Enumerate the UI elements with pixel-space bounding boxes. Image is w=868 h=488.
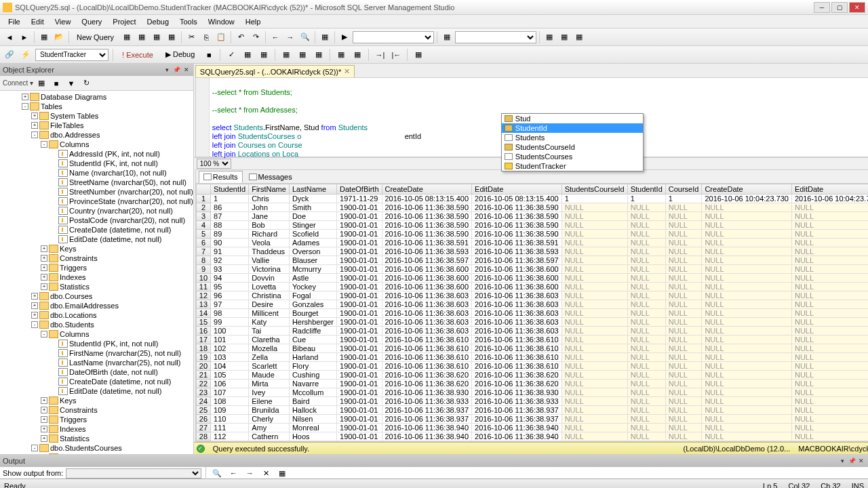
tree-node[interactable]: +FileTables: [0, 121, 193, 130]
tree-node[interactable]: +dbo.Courses: [0, 291, 193, 301]
intellisense-popup[interactable]: Stud StudentIdStudentsStudentsCourseIdSt…: [501, 113, 644, 171]
undo-button[interactable]: ↶: [234, 30, 248, 44]
menu-view[interactable]: View: [50, 16, 77, 27]
output-close-icon[interactable]: ✕: [857, 457, 865, 465]
intellisense-item[interactable]: StudentsCourses: [502, 152, 643, 161]
toolbox-button[interactable]: ▦: [572, 30, 586, 44]
tree-node[interactable]: PostalCode (nvarchar(20), not null): [0, 216, 193, 225]
registered-button[interactable]: ▦: [440, 30, 454, 44]
output-dropdown-icon[interactable]: ▾: [838, 457, 846, 465]
menu-help[interactable]: Help: [240, 16, 267, 27]
output-prev-button[interactable]: ←: [226, 466, 240, 480]
tree-node[interactable]: StreetName (nvarchar(50), not null): [0, 178, 193, 187]
menu-project[interactable]: Project: [107, 16, 141, 27]
tree-node[interactable]: +Triggers: [0, 415, 193, 424]
tree-node[interactable]: FirstName (nvarchar(25), not null): [0, 348, 193, 358]
connect-dropdown[interactable]: Connect ▾: [3, 79, 33, 87]
indent-button[interactable]: →|: [373, 48, 387, 62]
output-wrap-button[interactable]: ▦: [275, 466, 289, 480]
new-project-button[interactable]: ▦: [37, 30, 51, 44]
find-button[interactable]: 🔍: [298, 30, 312, 44]
menu-query[interactable]: Query: [76, 16, 107, 27]
tree-node[interactable]: StreetNumber (nvarchar(20), not null): [0, 187, 193, 197]
tree-node[interactable]: -dbo.StudentsCourses: [0, 443, 193, 453]
tree-node[interactable]: CreateDate (datetime, not null): [0, 225, 193, 235]
menu-file[interactable]: File: [3, 16, 26, 27]
db-engine-button[interactable]: ▦: [120, 30, 134, 44]
tree-node[interactable]: DateOfBirth (date, not null): [0, 367, 193, 377]
tree-node[interactable]: AddressId (PK, int, not null): [0, 149, 193, 159]
tree-node[interactable]: +Constraints: [0, 253, 193, 263]
output-next-button[interactable]: →: [243, 466, 256, 480]
tree-node[interactable]: -dbo.Addresses: [0, 130, 193, 140]
intellisense-item[interactable]: StudentId: [502, 123, 643, 133]
tree-node[interactable]: -Columns: [0, 140, 193, 149]
connect-button[interactable]: 🔗: [3, 48, 16, 62]
tree-node[interactable]: +Keys: [0, 244, 193, 253]
intellisense-item[interactable]: StudentTracker: [502, 161, 643, 171]
messages-tab[interactable]: Messages: [244, 171, 297, 183]
tree-node[interactable]: StudentId (FK, int, not null): [0, 159, 193, 168]
server-combo[interactable]: [455, 31, 536, 43]
forward-button[interactable]: ►: [18, 30, 31, 44]
debug-button[interactable]: ▶ Debug: [161, 48, 199, 61]
oe-filter-button[interactable]: ▼: [64, 77, 78, 90]
outdent-button[interactable]: |←: [389, 48, 403, 62]
tree-node[interactable]: LastName (nvarchar(25), not null): [0, 358, 193, 367]
tree-node[interactable]: Name (nvarchar(10), not null): [0, 168, 193, 178]
menu-debug[interactable]: Debug: [142, 16, 174, 27]
tree-node[interactable]: +Columns: [0, 453, 193, 454]
options-button[interactable]: ▦: [257, 48, 271, 62]
tree-node[interactable]: CreateDate (datetime, not null): [0, 377, 193, 386]
tree-node[interactable]: +Indexes: [0, 424, 193, 434]
redo-button[interactable]: ↷: [249, 30, 262, 44]
parse-button[interactable]: ✓: [224, 48, 238, 62]
database-combo[interactable]: StudentTracker: [35, 49, 108, 61]
change-conn-button[interactable]: ⚡: [19, 48, 33, 62]
solution-button[interactable]: ▦: [542, 30, 556, 44]
props-button[interactable]: ▦: [557, 30, 571, 44]
paste-button[interactable]: 📋: [214, 30, 228, 44]
cut-button[interactable]: ✂: [184, 30, 198, 44]
specify-button[interactable]: ▦: [412, 48, 425, 62]
close-button[interactable]: ✕: [849, 2, 865, 13]
tab-close-icon[interactable]: ✕: [344, 67, 350, 76]
sql-tab[interactable]: SQLQuery25.sql - (...OOKAIR\cdyck (52))*…: [195, 65, 355, 77]
oe-tree[interactable]: +Database Diagrams-Tables+System Tables+…: [0, 91, 193, 454]
back-button[interactable]: ◄: [3, 30, 16, 44]
execute-button[interactable]: ! Execute: [117, 49, 158, 61]
tree-node[interactable]: EditDate (datetime, not null): [0, 235, 193, 244]
dmx-button[interactable]: ▦: [165, 30, 178, 44]
menu-tools[interactable]: Tools: [174, 16, 203, 27]
oe-disconnect-button[interactable]: ▦: [35, 77, 48, 90]
copy-button[interactable]: ⎘: [199, 30, 213, 44]
uncomment-button[interactable]: ▦: [351, 48, 364, 62]
new-query-button[interactable]: New Query: [72, 31, 119, 43]
config-combo[interactable]: [353, 31, 434, 43]
tree-node[interactable]: +dbo.Locations: [0, 310, 193, 320]
tree-node[interactable]: -Columns: [0, 329, 193, 339]
results-file-button[interactable]: ▦: [312, 48, 326, 62]
oe-dropdown-icon[interactable]: ▾: [163, 66, 172, 74]
intellisense-item[interactable]: StudentsCourseId: [502, 142, 643, 152]
tree-node[interactable]: +Triggers: [0, 263, 193, 272]
zoom-combo[interactable]: 100 %: [197, 159, 231, 169]
oe-close-icon[interactable]: ✕: [182, 66, 191, 74]
start-debug-button[interactable]: ▶: [338, 30, 351, 44]
output-pin-icon[interactable]: 📌: [848, 457, 856, 465]
output-clear-button[interactable]: ✕: [259, 466, 273, 480]
mdx-button[interactable]: ▦: [150, 30, 163, 44]
tree-node[interactable]: +Database Diagrams: [0, 92, 193, 102]
maximize-button[interactable]: ▢: [831, 2, 848, 13]
tree-node[interactable]: +dbo.EmailAddresses: [0, 301, 193, 310]
nav-fwd-button[interactable]: →: [283, 30, 297, 44]
tree-node[interactable]: EditDate (datetime, not null): [0, 386, 193, 396]
results-tab[interactable]: Results: [199, 171, 243, 183]
tree-node[interactable]: +Statistics: [0, 282, 193, 291]
tree-node[interactable]: +Statistics: [0, 434, 193, 443]
tree-node[interactable]: Country (nvarchar(20), not null): [0, 206, 193, 216]
menu-edit[interactable]: Edit: [26, 16, 50, 27]
minimize-button[interactable]: ─: [814, 2, 830, 13]
output-find-button[interactable]: 🔍: [210, 466, 224, 480]
tree-node[interactable]: ProvinceState (nvarchar(20), not null): [0, 197, 193, 206]
